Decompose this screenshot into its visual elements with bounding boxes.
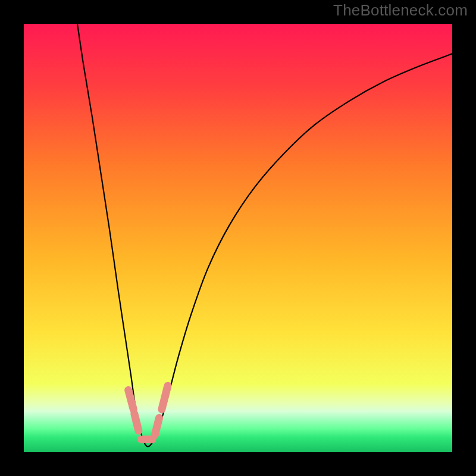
trough-marker-segment: [134, 414, 139, 431]
trough-marker-segment: [155, 418, 159, 435]
trough-marker-segment: [129, 390, 134, 409]
chart-frame: TheBottleneck.com: [0, 0, 476, 476]
plot-svg: [24, 24, 452, 452]
plot-background: [24, 24, 452, 452]
attribution-text: TheBottleneck.com: [333, 1, 468, 20]
plot-area: [24, 24, 452, 452]
